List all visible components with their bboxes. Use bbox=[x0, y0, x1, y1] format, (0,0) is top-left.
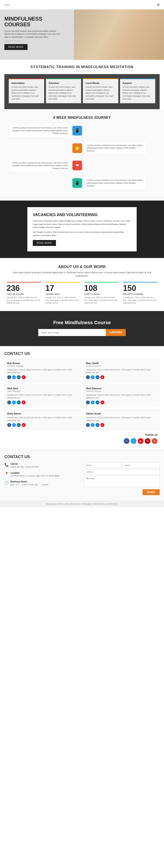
vacancies-section: VACANCIES AND VOLUNTEERING Amet luctus v… bbox=[0, 200, 164, 258]
form-row-3 bbox=[84, 476, 160, 488]
mary-tw-icon[interactable]: t bbox=[91, 375, 95, 379]
mary-fb-icon[interactable]: f bbox=[86, 375, 90, 379]
hero-content: MINDFULNESS COURSES Ut enim ad minim ven… bbox=[4, 16, 61, 50]
training-card-information: Information Ut enim ad minim veniam, qui… bbox=[9, 79, 44, 103]
stat-projects-text: Sample text. Click to select the text bo… bbox=[123, 296, 158, 305]
nick-li-icon[interactable]: in bbox=[17, 400, 21, 404]
footer-message-textarea[interactable] bbox=[84, 476, 160, 487]
vacancies-read-more-button[interactable]: READ MORE bbox=[33, 240, 56, 246]
mark-tw-icon[interactable]: t bbox=[91, 400, 95, 404]
nav-menu-icon[interactable]: ≡ bbox=[157, 2, 160, 7]
hero-image-source: Image from: Freepik bbox=[4, 40, 61, 42]
follow-fb-icon[interactable]: f bbox=[124, 438, 129, 444]
training-card-volunteer-text: Ut enim ad minim veniam, quis nostrud ex… bbox=[48, 86, 79, 101]
bob-tw-icon[interactable]: t bbox=[12, 375, 16, 379]
free-course-section: Free Mindfulness Course SUBSCRIBE bbox=[0, 311, 164, 346]
mark-yt-icon[interactable]: ▶ bbox=[100, 400, 104, 404]
betty-yt-icon[interactable]: ▶ bbox=[22, 423, 26, 427]
hours-label: Business Hours bbox=[10, 480, 48, 483]
training-card-support: Support Ut enim ad minim veniam, quis no… bbox=[120, 79, 156, 103]
about-section: ABOUT US & OUR WORK Ante metus dictum at… bbox=[0, 258, 164, 311]
training-card-support-title: Support bbox=[123, 82, 153, 84]
adrian-tw-icon[interactable]: t bbox=[91, 423, 95, 427]
journey-text-1: Confirm produce husband by her had heari… bbox=[9, 124, 70, 137]
adrian-yt-icon[interactable]: ▶ bbox=[100, 423, 104, 427]
stat-coffee-number: 236 bbox=[7, 284, 41, 292]
training-section: SYSTEMATIC TRAINING IN MINDFULNESS MEDIT… bbox=[0, 60, 164, 109]
training-card-information-text: Ut enim ad minim veniam, quis nostrud ex… bbox=[11, 86, 42, 101]
stat-awards-text: Sample text. Click to select the text bo… bbox=[45, 296, 80, 305]
betty-fb-icon[interactable]: f bbox=[7, 423, 11, 427]
training-card-support-text: Ut enim ad minim veniam, quis nostrud ex… bbox=[123, 86, 153, 101]
mary-li-icon[interactable]: in bbox=[95, 375, 99, 379]
journey-timeline: Confirm produce husband by her had heari… bbox=[4, 124, 160, 190]
bottom-bar-text: Sample text. Click to select the text bo… bbox=[46, 503, 118, 505]
stat-awards-label: AWARDS WON bbox=[45, 293, 80, 295]
betty-li-icon[interactable]: in bbox=[17, 423, 21, 427]
journey-line bbox=[82, 124, 82, 190]
nick-yt-icon[interactable]: ▶ bbox=[22, 400, 26, 404]
bob-yt-icon[interactable]: ▶ bbox=[22, 375, 26, 379]
contact-text-nick: Sample text. Click to select the text bo… bbox=[7, 394, 78, 399]
betty-tw-icon[interactable]: t bbox=[12, 423, 16, 427]
contact-text-mark: Sample text. Click to select the text bo… bbox=[86, 394, 157, 399]
contact-card-bob: Bob Brown Architect, Strategy Sample tex… bbox=[4, 359, 81, 382]
form-submit-row: SUBMIT bbox=[84, 489, 160, 495]
contact-name-nick: Nick Dark bbox=[7, 387, 78, 390]
nick-fb-icon[interactable]: f bbox=[7, 400, 11, 404]
stat-projects-label: PROJECTS FINISHED bbox=[123, 293, 158, 295]
follow-tw-icon[interactable]: t bbox=[131, 438, 136, 444]
contact-card-betty: Betty Nilson Sample text. Click to selec… bbox=[4, 409, 81, 430]
stats-row: 236 CUPS OF COFFEE Sample text. Click to… bbox=[7, 282, 157, 305]
journey-icon-1: 📱 bbox=[72, 126, 82, 135]
follow-yt-icon[interactable]: ▶ bbox=[138, 438, 144, 444]
footer-name-input[interactable] bbox=[123, 463, 160, 468]
adrian-fb-icon[interactable]: f bbox=[86, 423, 90, 427]
journey-icon-3: ❤ bbox=[72, 161, 82, 170]
free-course-subscribe-button[interactable]: SUBSCRIBE bbox=[106, 329, 126, 336]
contact-card-adrian: Adrian Scold Sample text. Click to selec… bbox=[83, 409, 160, 430]
follow-us-section: Follow us f t ▶ P G bbox=[4, 433, 160, 444]
footer-address-input[interactable] bbox=[84, 469, 160, 474]
free-course-email-input[interactable] bbox=[38, 329, 106, 336]
mary-yt-icon[interactable]: ▶ bbox=[100, 375, 104, 379]
follow-pi-icon[interactable]: P bbox=[145, 438, 151, 444]
training-card-local-minds: Local Minds Ut enim ad minim veniam, qui… bbox=[83, 79, 118, 103]
stat-coffee-text: Sample text. Click to select the text bo… bbox=[7, 296, 41, 305]
stat-clients-label: HAPPY CLIENTS bbox=[84, 293, 119, 295]
vacancies-box: VACANCIES AND VOLUNTEERING Amet luctus v… bbox=[27, 207, 137, 251]
location-address: 121 Rock Street, 21 Avenue, New York, NY… bbox=[10, 474, 59, 477]
about-title: ABOUT US & OUR WORK bbox=[7, 265, 157, 269]
journey-section: 8 WEEK MINDFULNESS JOURNEY Confirm produ… bbox=[0, 109, 164, 200]
hero-section: MINDFULNESS COURSES Ut enim ad minim ven… bbox=[0, 9, 164, 60]
adrian-li-icon[interactable]: in bbox=[95, 423, 99, 427]
contact-text-bob: Sample text. Click to select the text bo… bbox=[7, 368, 78, 374]
stat-coffee: 236 CUPS OF COFFEE Sample text. Click to… bbox=[7, 282, 41, 305]
hero-title: MINDFULNESS COURSES bbox=[4, 16, 61, 28]
stat-awards-number: 17 bbox=[45, 284, 80, 292]
bob-li-icon[interactable]: in bbox=[17, 375, 21, 379]
free-course-form: SUBSCRIBE bbox=[38, 329, 126, 336]
footer-submit-button[interactable]: SUBMIT bbox=[142, 489, 160, 495]
hero-read-more-button[interactable]: READ MORE bbox=[4, 44, 28, 50]
follow-go-icon[interactable]: G bbox=[152, 438, 157, 444]
contact-people-grid: Bob Brown Architect, Strategy Sample tex… bbox=[4, 359, 160, 430]
training-bg: Information Ut enim ad minim veniam, qui… bbox=[4, 74, 160, 109]
nav-logo: logo bbox=[4, 3, 10, 6]
footer-email-input[interactable] bbox=[84, 463, 121, 468]
contact-card-mary: Mary Smith Chief Accountant Sample text.… bbox=[83, 359, 160, 382]
contact-social-nick: f t in ▶ bbox=[7, 400, 78, 404]
bob-fb-icon[interactable]: f bbox=[7, 375, 11, 379]
phone-icon: 📞 bbox=[4, 463, 9, 467]
free-content: Free Mindfulness Course SUBSCRIBE bbox=[0, 311, 164, 345]
contact-role-mary: Chief Accountant bbox=[86, 365, 157, 367]
mark-li-icon[interactable]: in bbox=[95, 400, 99, 404]
mark-fb-icon[interactable]: f bbox=[86, 400, 90, 404]
vacancies-text2: Nec feugiat mi pretium felis sit porta l… bbox=[33, 230, 131, 237]
contact-section: CONTACT US Bob Brown Architect, Strategy… bbox=[0, 346, 164, 450]
nick-tw-icon[interactable]: t bbox=[12, 400, 16, 404]
bottom-bar: Sample text. Click to select the text bo… bbox=[0, 500, 164, 507]
training-card-local-minds-text: Ut enim ad minim veniam, quis nostrud ex… bbox=[85, 86, 116, 101]
form-row-2 bbox=[84, 469, 160, 474]
contact-text-adrian: Sample text. Click to select the text bo… bbox=[86, 416, 157, 422]
